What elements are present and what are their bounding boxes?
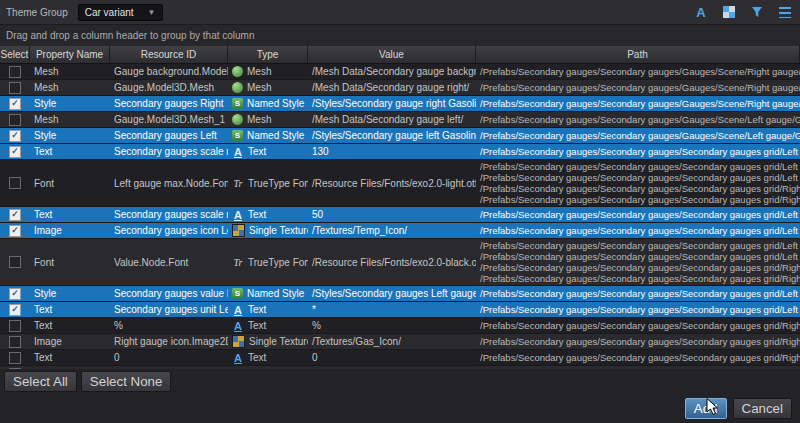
select-all-button[interactable]: Select All <box>4 371 77 392</box>
row-checkbox[interactable] <box>9 130 21 142</box>
cell-resource-id: Secondary gauges icon Left <box>110 223 228 238</box>
cell-property-name: Mesh <box>30 112 110 127</box>
row-checkbox[interactable] <box>9 66 21 78</box>
cell-value: /Textures/Temp_Icon/ <box>308 223 476 238</box>
menu-icon-glyph <box>779 7 791 18</box>
cell-type: Mesh <box>228 80 308 95</box>
cell-resource-id: Left gauge max.Node.Font <box>110 160 228 206</box>
table-row[interactable]: ImageRight gauge icon.Image2D.ImageSingl… <box>0 334 800 350</box>
cell-value: /Resource Files/Fonts/exo2.0-light.otf/ <box>308 160 476 206</box>
table-row[interactable]: MeshGauge.Model3D.MeshMesh/Mesh Data/Sec… <box>0 80 800 96</box>
cell-value: /Mesh Data/Secondary gauge background/ <box>308 64 476 79</box>
cell-resource-id: Gauge background.Model3D.Mesh <box>110 64 228 79</box>
cell-type: Single Texture <box>228 223 308 238</box>
type-label: TrueType Font <box>248 178 308 189</box>
cell-path: /Prefabs/Secondary gauges/Secondary gaug… <box>476 239 800 285</box>
select-none-button[interactable]: Select None <box>81 371 172 392</box>
mesh-icon <box>232 114 243 125</box>
filter-icon[interactable] <box>748 3 766 21</box>
texture-icon <box>232 335 245 348</box>
row-checkbox[interactable] <box>9 82 21 94</box>
row-checkbox[interactable] <box>9 225 21 237</box>
table-row[interactable]: StyleSecondary gauges LeftNamed Style/St… <box>0 128 800 144</box>
table-row[interactable]: MeshGauge.Model3D.Mesh_1Mesh/Mesh Data/S… <box>0 112 800 128</box>
table-row[interactable]: Text%Text%/Prefabs/Secondary gauges/Seco… <box>0 318 800 334</box>
cell-value: /Mesh Data/Secondary gauge right/ <box>308 80 476 95</box>
cell-resource-id: 0 <box>110 350 228 365</box>
path-line: /Prefabs/Secondary gauges/Secondary gaug… <box>480 251 800 262</box>
cell-select <box>0 112 30 127</box>
type-label: Text <box>248 352 266 363</box>
row-checkbox[interactable] <box>9 336 21 348</box>
font-color-icon[interactable] <box>692 3 710 21</box>
table-row[interactable]: TextSecondary gauges scale max LeftText1… <box>0 144 800 160</box>
type-label: Single Texture <box>249 336 308 347</box>
texture-icon <box>232 224 245 237</box>
column-header-select[interactable]: Select <box>0 46 30 63</box>
type-label: Named Style <box>247 130 304 141</box>
cell-select <box>0 160 30 206</box>
row-checkbox[interactable] <box>9 177 21 189</box>
cell-property-name: Text <box>30 318 110 333</box>
texture-checker-icon[interactable] <box>720 3 738 21</box>
cell-value: % <box>308 318 476 333</box>
style-icon <box>232 288 243 299</box>
path-line: /Prefabs/Secondary gauges/Secondary gaug… <box>480 183 800 194</box>
path-line: /Prefabs/Secondary gauges/Secondary gaug… <box>480 66 800 77</box>
text-icon <box>232 320 244 332</box>
path-line: /Prefabs/Secondary gauges/Secondary gaug… <box>480 209 800 220</box>
cell-property-name: Style <box>30 128 110 143</box>
cell-select <box>0 239 30 285</box>
cell-path: /Prefabs/Secondary gauges/Secondary gaug… <box>476 112 800 127</box>
theme-group-dialog: { "header": { "theme_group_label": "Them… <box>0 0 800 423</box>
cell-select <box>0 350 30 365</box>
cell-value: /Resource Files/Fonts/exo2.0-black.otf/ <box>308 239 476 285</box>
table-row[interactable]: TextSecondary gauges unit LeftText*/Pref… <box>0 302 800 318</box>
row-checkbox[interactable] <box>9 98 21 110</box>
cell-resource-id: Secondary gauges Right <box>110 96 228 111</box>
table-row[interactable]: MeshGauge background.Model3D.MeshMesh/Me… <box>0 64 800 80</box>
cancel-button[interactable]: Cancel <box>733 398 793 419</box>
cell-resource-id: Secondary gauges value Left <box>110 286 228 301</box>
table-row[interactable]: ImageSecondary gauges icon LeftSingle Te… <box>0 223 800 239</box>
type-label: Text <box>248 209 266 220</box>
row-checkbox[interactable] <box>9 209 21 221</box>
cell-property-name: Text <box>30 144 110 159</box>
row-checkbox[interactable] <box>9 320 21 332</box>
cell-property-name: Font <box>30 160 110 206</box>
cell-type: TrueType Font <box>228 160 308 206</box>
table-row[interactable]: Text0Text0/Prefabs/Secondary gauges/Seco… <box>0 350 800 366</box>
cell-type: Text <box>228 318 308 333</box>
row-checkbox[interactable] <box>9 304 21 316</box>
column-header-path[interactable]: Path <box>476 46 800 63</box>
cell-value: * <box>308 302 476 317</box>
path-line: /Prefabs/Secondary gauges/Secondary gaug… <box>480 82 800 93</box>
table-row[interactable]: FontLeft gauge max.Node.FontTrueType Fon… <box>0 160 800 207</box>
table-row[interactable]: TextSecondary gauges scale min LeftText5… <box>0 207 800 223</box>
cell-path: /Prefabs/Secondary gauges/Secondary gaug… <box>476 286 800 301</box>
path-line: /Prefabs/Secondary gauges/Secondary gaug… <box>480 304 800 315</box>
path-line: /Prefabs/Secondary gauges/Secondary gaug… <box>480 161 800 172</box>
row-checkbox[interactable] <box>9 288 21 300</box>
text-icon <box>232 146 244 158</box>
row-checkbox[interactable] <box>9 114 21 126</box>
table-row[interactable]: StyleSecondary gauges value LeftNamed St… <box>0 286 800 302</box>
column-header-type[interactable]: Type <box>228 46 308 63</box>
column-header-property-name[interactable]: Property Name <box>30 46 110 63</box>
top-bar: Theme Group Car variant ▼ <box>0 0 800 25</box>
row-checkbox[interactable] <box>9 256 21 268</box>
add-button[interactable]: Add <box>685 398 727 419</box>
theme-group-label: Theme Group <box>6 7 68 18</box>
cell-select <box>0 207 30 222</box>
table-row[interactable]: StyleSecondary gauges RightNamed Style/S… <box>0 96 800 112</box>
column-header-resource-id[interactable]: Resource ID <box>110 46 228 63</box>
table-row[interactable]: FontValue.Node.FontTrueType Font/Resourc… <box>0 239 800 286</box>
menu-icon[interactable] <box>776 3 794 21</box>
row-checkbox[interactable] <box>9 352 21 364</box>
variant-dropdown[interactable]: Car variant ▼ <box>78 4 163 21</box>
row-checkbox[interactable] <box>9 146 21 158</box>
cell-property-name: Font <box>30 239 110 285</box>
group-by-bar[interactable]: Drag and drop a column header to group b… <box>0 25 800 46</box>
cell-property-name: Text <box>30 350 110 365</box>
column-header-value[interactable]: Value <box>308 46 476 63</box>
